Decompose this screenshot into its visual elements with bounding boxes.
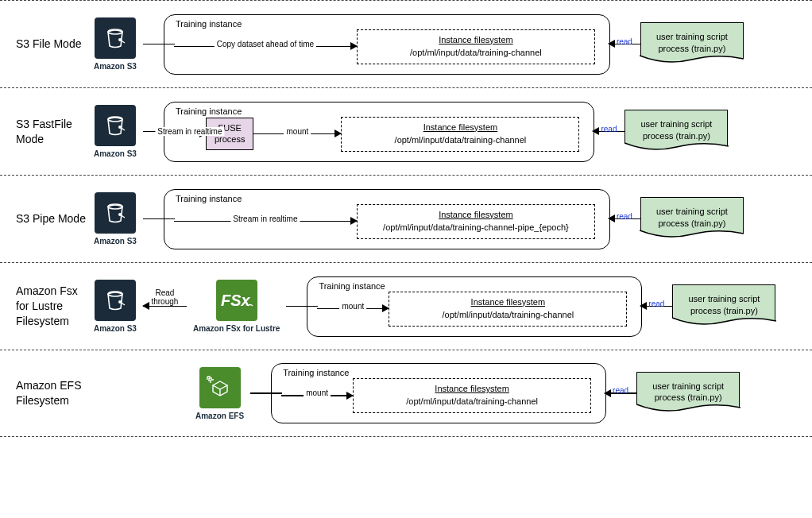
training-instance: Training instanceStream in realtimeInsta…	[164, 189, 610, 249]
arrow-to-instance: mount	[317, 308, 389, 310]
mount-arrow: mount	[253, 133, 341, 135]
service-source: Amazon S3	[94, 192, 137, 245]
filesystem-path: /opt/ml/input/data/training-channel	[400, 310, 615, 319]
instance-filesystem: Instance filesystem/opt/ml/input/data/tr…	[357, 29, 595, 64]
filesystem-path: /opt/ml/input/data/training-channel	[353, 135, 567, 145]
user-training-script: user training scriptprocess (train.py)	[624, 110, 728, 153]
diagram-row: Amazon Fsx for Lustre Filesystem Amazon …	[0, 262, 812, 350]
training-instance-title: Training instance	[319, 281, 385, 291]
user-training-script: user training scriptprocess (train.py)	[640, 22, 744, 66]
s3-icon	[95, 280, 136, 321]
read-arrow: read	[640, 306, 672, 307]
svg-text:FSx: FSx	[221, 292, 251, 309]
script-line-2: process (train.py)	[633, 130, 719, 141]
training-instance: Training instancemountInstance filesyste…	[307, 276, 642, 337]
script-line-1: user training script	[633, 118, 719, 130]
training-instance-title: Training instance	[176, 194, 242, 203]
service-caption: Amazon S3	[94, 149, 137, 158]
arrow-to-instance-caption: Copy dataset ahead of time	[215, 40, 316, 48]
service-source: Amazon S3	[94, 105, 137, 158]
s3-icon	[95, 17, 136, 59]
instance-filesystem: Instance filesystem/opt/ml/input/data/tr…	[357, 204, 595, 239]
read-caption: read	[647, 300, 666, 308]
service-caption: Amazon EFS	[195, 412, 244, 420]
arrow-to-instance: Copy dataset ahead of time	[174, 46, 357, 48]
read-arrow: read	[605, 392, 636, 394]
training-instance-title: Training instance	[283, 368, 349, 377]
service-fsx: FSx Amazon FSx for Lustre	[193, 280, 280, 333]
arrow-to-instance-caption: mount	[304, 388, 331, 397]
diagram-row: Amazon EFS Filesystem Amazon EFSTraining…	[0, 350, 812, 437]
row-label: Amazon Fsx for Lustre Filesystem	[0, 284, 87, 329]
filesystem-title: Instance filesystem	[365, 384, 579, 393]
read-arrow: read	[609, 44, 640, 45]
script-line-2: process (train.py)	[645, 392, 731, 403]
service-caption: Amazon S3	[94, 62, 137, 71]
read-arrow: read	[609, 218, 640, 220]
diagram-row: S3 Pipe Mode Amazon S3Training instanceS…	[0, 175, 812, 262]
row-label: S3 Pipe Mode	[0, 211, 87, 226]
instance-filesystem: Instance filesystem/opt/ml/input/data/tr…	[341, 117, 579, 152]
fsx-icon: FSx	[216, 280, 257, 321]
instance-filesystem: Instance filesystem/opt/ml/input/data/tr…	[353, 378, 591, 413]
s3-icon	[95, 192, 136, 234]
diagram-row: S3 FastFile Mode Amazon S3Training insta…	[0, 87, 812, 175]
filesystem-title: Instance filesystem	[369, 35, 583, 44]
script-line-1: user training script	[649, 206, 735, 217]
diagram-row: S3 File Mode Amazon S3Training instanceC…	[0, 0, 812, 87]
script-line-2: process (train.py)	[681, 305, 767, 316]
user-training-script: user training scriptprocess (train.py)	[640, 197, 744, 241]
row-label: S3 File Mode	[0, 37, 87, 52]
read-caption: read	[615, 212, 634, 221]
arrow-to-instance: Stream in realtime	[174, 133, 206, 135]
training-instance: Training instanceCopy dataset ahead of t…	[164, 14, 610, 75]
read-caption: read	[615, 37, 634, 46]
read-caption: read	[611, 386, 630, 395]
row-label: Amazon EFS Filesystem	[0, 378, 87, 408]
service-source: Amazon S3	[94, 17, 137, 71]
service-caption: Amazon S3	[94, 324, 137, 333]
back-arrow: Readthrough	[143, 306, 187, 307]
script-line-1: user training script	[681, 293, 767, 304]
instance-filesystem: Instance filesystem/opt/ml/input/data/tr…	[389, 292, 627, 327]
filesystem-path: /opt/ml/input/data/training-channel	[369, 48, 583, 57]
arrow-to-instance: mount	[281, 395, 353, 396]
mount-caption: mount	[284, 127, 311, 136]
script-line-2: process (train.py)	[649, 43, 735, 54]
filesystem-title: Instance filesystem	[353, 122, 567, 132]
row-label: S3 FastFile Mode	[0, 117, 87, 147]
read-arrow: read	[593, 131, 624, 133]
arrow-to-instance-caption: Stream in realtime	[230, 215, 300, 223]
service-caption: Amazon FSx for Lustre	[193, 324, 280, 333]
filesystem-path: /opt/ml/input/data/training-channel	[365, 396, 579, 406]
service-caption: Amazon S3	[94, 237, 137, 245]
service-source: Amazon S3	[94, 280, 137, 333]
script-line-2: process (train.py)	[649, 218, 735, 229]
efs-icon	[199, 367, 241, 408]
arrow-to-instance-caption: Stream in realtime	[155, 127, 224, 136]
training-instance: Training instanceStream in realtimeFUSEp…	[164, 102, 595, 162]
read-caption: read	[599, 125, 618, 133]
arrow-to-instance: Stream in realtime	[174, 221, 357, 222]
user-training-script: user training scriptprocess (train.py)	[672, 284, 775, 328]
s3-icon	[95, 105, 136, 146]
arrow-to-instance-caption: mount	[339, 302, 366, 311]
back-arrow-caption: Readthrough	[149, 288, 180, 306]
script-line-1: user training script	[649, 31, 735, 42]
service-source: Amazon EFS	[195, 367, 244, 420]
filesystem-title: Instance filesystem	[400, 297, 615, 307]
script-line-1: user training script	[645, 381, 731, 392]
training-instance: Training instancemountInstance filesyste…	[271, 363, 606, 423]
training-instance-title: Training instance	[176, 19, 242, 29]
filesystem-title: Instance filesystem	[369, 210, 583, 219]
filesystem-path: /opt/ml/input/data/training-channel-pipe…	[369, 222, 583, 232]
user-training-script: user training scriptprocess (train.py)	[636, 372, 740, 416]
training-instance-title: Training instance	[176, 106, 242, 116]
